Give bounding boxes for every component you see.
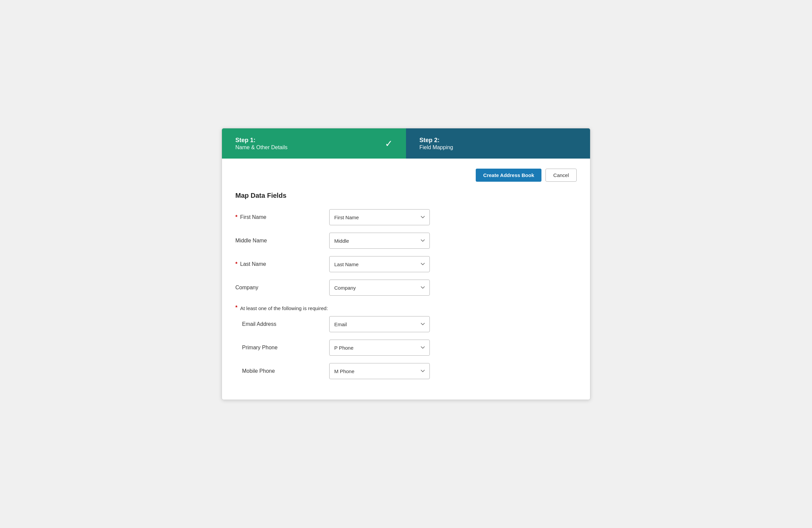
required-note-row: * At least one of the following is requi…	[235, 303, 577, 312]
first-name-row: * First Name First Name Middle Last Name…	[235, 209, 577, 225]
step-1-label-strong: Step 1:	[235, 137, 288, 144]
required-note-text: At least one of the following is require…	[240, 305, 328, 312]
middle-name-label: Middle Name	[235, 238, 267, 244]
last-name-required-star: *	[235, 261, 237, 267]
company-select[interactable]: First Name Middle Last Name Company Emai…	[329, 280, 430, 296]
company-select-col: First Name Middle Last Name Company Emai…	[329, 280, 430, 296]
step-1-panel: Step 1: Name & Other Details ✓	[222, 128, 406, 159]
company-label: Company	[235, 284, 258, 291]
primary-phone-select[interactable]: Email P Phone M Phone	[329, 340, 430, 356]
email-address-row: Email Address Email P Phone M Phone	[235, 316, 577, 333]
modal-container: Step 1: Name & Other Details ✓ Step 2: F…	[222, 128, 590, 400]
email-address-select-col: Email P Phone M Phone	[329, 316, 430, 332]
last-name-label-col: * Last Name	[235, 261, 329, 267]
first-name-label-col: * First Name	[235, 214, 329, 220]
step-1-label-sub: Name & Other Details	[235, 145, 288, 150]
content-area: Create Address Book Cancel Map Data Fiel…	[222, 159, 590, 400]
step-header: Step 1: Name & Other Details ✓ Step 2: F…	[222, 128, 590, 159]
section-title: Map Data Fields	[235, 192, 577, 200]
email-address-label-col: Email Address	[235, 321, 329, 327]
mobile-phone-row: Mobile Phone Email P Phone M Phone	[235, 363, 577, 380]
required-note-star: *	[235, 305, 237, 311]
middle-name-row: Middle Name First Name Middle Last Name …	[235, 232, 577, 249]
step-2-label-sub: Field Mapping	[419, 145, 453, 150]
step-1-title: Step 1: Name & Other Details	[235, 137, 288, 150]
email-address-label: Email Address	[242, 321, 276, 327]
mobile-phone-select-col: Email P Phone M Phone	[329, 363, 430, 379]
first-name-label: First Name	[240, 214, 266, 220]
first-name-select[interactable]: First Name Middle Last Name Company Emai…	[329, 209, 430, 225]
last-name-select[interactable]: First Name Middle Last Name Company Emai…	[329, 256, 430, 272]
first-name-select-col: First Name Middle Last Name Company Emai…	[329, 209, 430, 225]
primary-phone-select-col: Email P Phone M Phone	[329, 340, 430, 356]
primary-phone-row: Primary Phone Email P Phone M Phone	[235, 339, 577, 356]
last-name-label: Last Name	[240, 261, 266, 267]
primary-phone-label-col: Primary Phone	[235, 344, 329, 351]
last-name-row: * Last Name First Name Middle Last Name …	[235, 256, 577, 273]
mobile-phone-label-col: Mobile Phone	[235, 368, 329, 374]
step-1-checkmark: ✓	[385, 138, 393, 149]
first-name-required-star: *	[235, 214, 237, 220]
step-2-panel: Step 2: Field Mapping	[406, 128, 590, 159]
step-2-label-strong: Step 2:	[419, 137, 453, 144]
toolbar: Create Address Book Cancel	[235, 168, 577, 182]
last-name-select-col: First Name Middle Last Name Company Emai…	[329, 256, 430, 272]
middle-name-label-col: Middle Name	[235, 238, 329, 244]
middle-name-select[interactable]: First Name Middle Last Name Company Emai…	[329, 233, 430, 249]
step-2-title: Step 2: Field Mapping	[419, 137, 453, 150]
company-label-col: Company	[235, 284, 329, 291]
email-address-select[interactable]: Email P Phone M Phone	[329, 316, 430, 332]
company-row: Company First Name Middle Last Name Comp…	[235, 279, 577, 296]
required-note-label-col: * At least one of the following is requi…	[235, 305, 329, 312]
middle-name-select-col: First Name Middle Last Name Company Emai…	[329, 233, 430, 249]
create-address-book-button[interactable]: Create Address Book	[476, 168, 541, 182]
mobile-phone-label: Mobile Phone	[242, 368, 275, 374]
mobile-phone-select[interactable]: Email P Phone M Phone	[329, 363, 430, 379]
primary-phone-label: Primary Phone	[242, 344, 278, 351]
cancel-button[interactable]: Cancel	[546, 168, 577, 182]
